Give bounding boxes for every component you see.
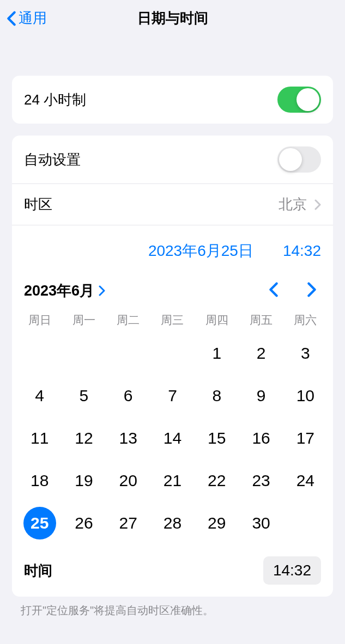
prev-month-button[interactable] <box>269 282 279 299</box>
calendar-day-number: 29 <box>201 507 233 539</box>
page-title: 日期与时间 <box>137 9 208 28</box>
back-label: 通用 <box>19 9 47 28</box>
back-button[interactable]: 通用 <box>7 9 47 28</box>
calendar-day[interactable]: 20 <box>106 459 150 502</box>
calendar-day[interactable]: 8 <box>195 375 239 417</box>
calendar-day[interactable]: 1 <box>195 332 239 375</box>
timezone-label: 时区 <box>24 195 52 214</box>
calendar-day[interactable]: 26 <box>62 502 106 544</box>
calendar-day-number: 7 <box>156 379 189 412</box>
calendar-day[interactable]: 29 <box>195 502 239 544</box>
chevron-right-icon <box>314 199 321 210</box>
calendar-day-number: 5 <box>68 379 100 412</box>
calendar-day-number: 30 <box>245 507 277 539</box>
current-date[interactable]: 2023年6月25日 <box>148 241 253 261</box>
calendar-day-number: 25 <box>23 507 56 539</box>
calendar-day-number: 11 <box>23 422 56 455</box>
footer-note: 打开"定位服务"将提高自动时区准确性。 <box>0 597 345 618</box>
chevron-right-icon <box>307 282 317 297</box>
weekday-label: 周二 <box>106 308 150 332</box>
calendar-day-number: 18 <box>23 464 56 497</box>
calendar-day-number: 27 <box>112 507 144 539</box>
calendar-day[interactable]: 17 <box>283 417 328 459</box>
weekday-label: 周日 <box>17 308 62 332</box>
calendar-day[interactable]: 4 <box>17 375 62 417</box>
month-label: 2023年6月 <box>24 281 94 300</box>
calendar-day-number: 8 <box>201 379 233 412</box>
calendar-empty-cell <box>62 332 106 375</box>
calendar-day-number: 19 <box>68 464 100 497</box>
datetime-display-row: 2023年6月25日 14:32 <box>12 225 333 271</box>
calendar-day-number: 23 <box>245 464 277 497</box>
calendar-day-number: 15 <box>201 422 233 455</box>
calendar-day[interactable]: 10 <box>283 375 328 417</box>
auto-set-label: 自动设置 <box>24 150 81 169</box>
calendar-day-number: 17 <box>289 422 322 455</box>
calendar-day[interactable]: 3 <box>283 332 328 375</box>
calendar-day[interactable]: 21 <box>150 459 195 502</box>
calendar-day-number: 10 <box>289 379 322 412</box>
calendar-day[interactable]: 27 <box>106 502 150 544</box>
timezone-value: 北京 <box>279 195 307 214</box>
calendar-empty-cell <box>106 332 150 375</box>
weekday-label: 周三 <box>150 308 195 332</box>
time-row: 时间 14:32 <box>12 551 333 597</box>
calendar-day[interactable]: 9 <box>239 375 283 417</box>
calendar-day[interactable]: 30 <box>239 502 283 544</box>
calendar-day-number: 12 <box>68 422 100 455</box>
calendar-day[interactable]: 22 <box>195 459 239 502</box>
calendar-day[interactable]: 5 <box>62 375 106 417</box>
calendar-day[interactable]: 12 <box>62 417 106 459</box>
calendar-day-number: 16 <box>245 422 277 455</box>
calendar-day-number: 14 <box>156 422 189 455</box>
calendar-day[interactable]: 6 <box>106 375 150 417</box>
setting-24h-toggle[interactable] <box>277 87 321 113</box>
calendar-day-number: 4 <box>23 379 56 412</box>
calendar-day-number: 9 <box>245 379 277 412</box>
weekday-label: 周一 <box>62 308 106 332</box>
calendar-day[interactable]: 15 <box>195 417 239 459</box>
calendar-day[interactable]: 2 <box>239 332 283 375</box>
calendar-day-number: 24 <box>289 464 322 497</box>
calendar-day[interactable]: 16 <box>239 417 283 459</box>
calendar-day-number: 1 <box>201 337 233 370</box>
calendar-day-number: 22 <box>201 464 233 497</box>
calendar-day-number: 20 <box>112 464 144 497</box>
calendar-day[interactable]: 28 <box>150 502 195 544</box>
setting-24h-row: 24 小时制 <box>12 76 333 124</box>
auto-set-toggle[interactable] <box>277 146 321 173</box>
toggle-knob <box>296 88 319 111</box>
calendar-day-number: 26 <box>68 507 100 539</box>
calendar-day[interactable]: 23 <box>239 459 283 502</box>
next-month-button[interactable] <box>307 282 317 299</box>
setting-24h-label: 24 小时制 <box>24 90 86 109</box>
weekday-label: 周四 <box>195 308 239 332</box>
calendar-empty-cell <box>150 332 195 375</box>
calendar-day[interactable]: 7 <box>150 375 195 417</box>
month-picker-button[interactable]: 2023年6月 <box>24 281 105 300</box>
calendar-day-number: 13 <box>112 422 144 455</box>
calendar-day-number: 28 <box>156 507 189 539</box>
calendar-day[interactable]: 24 <box>283 459 328 502</box>
calendar-day-number: 6 <box>112 379 144 412</box>
calendar-day[interactable]: 11 <box>17 417 62 459</box>
chevron-left-icon <box>7 11 16 26</box>
calendar-day-number: 2 <box>245 337 277 370</box>
time-picker-button[interactable]: 14:32 <box>263 556 321 585</box>
weekday-label: 周六 <box>283 308 328 332</box>
calendar-day[interactable]: 19 <box>62 459 106 502</box>
calendar-day-number: 21 <box>156 464 189 497</box>
chevron-right-icon <box>99 285 105 296</box>
auto-set-row: 自动设置 <box>12 136 333 183</box>
current-time[interactable]: 14:32 <box>283 242 321 260</box>
timezone-row[interactable]: 时区 北京 <box>12 183 333 225</box>
calendar-day[interactable]: 18 <box>17 459 62 502</box>
calendar-day-number: 3 <box>289 337 322 370</box>
calendar-empty-cell <box>17 332 62 375</box>
calendar-day[interactable]: 25 <box>17 502 62 544</box>
calendar-day[interactable]: 13 <box>106 417 150 459</box>
calendar-day[interactable]: 14 <box>150 417 195 459</box>
chevron-left-icon <box>269 282 279 297</box>
toggle-knob <box>279 148 302 171</box>
time-row-label: 时间 <box>24 561 52 580</box>
